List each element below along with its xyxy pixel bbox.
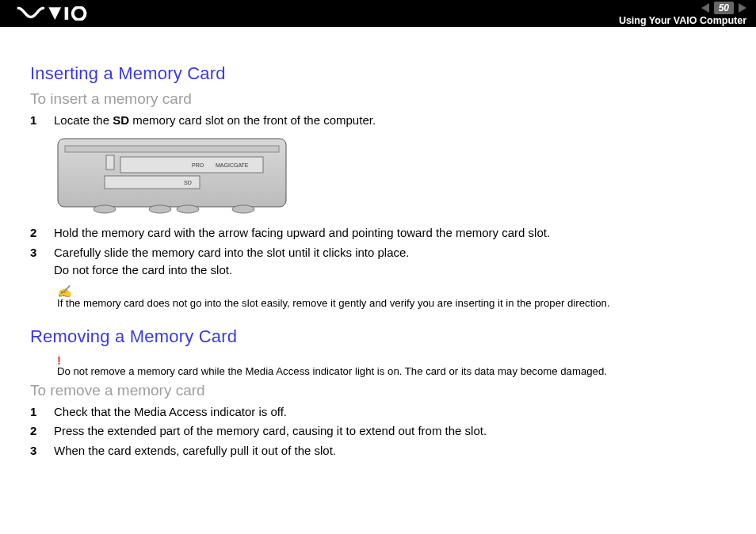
insert-steps: 1 Locate the SD memory card slot on the … xyxy=(30,113,735,128)
heading-removing: Removing a Memory Card xyxy=(30,326,735,347)
header-bar: 50 Using Your VAIO Computer xyxy=(0,0,756,27)
step-number: 3 xyxy=(30,245,41,279)
page-nav: 50 xyxy=(701,2,746,14)
vaio-logo xyxy=(10,6,97,21)
section-title: Using Your VAIO Computer xyxy=(619,15,746,26)
svg-rect-3 xyxy=(65,146,279,152)
step-text: When the card extends, carefully pull it… xyxy=(54,443,735,459)
remove-warning: ! Do not remove a memory card while the … xyxy=(57,353,735,377)
step-number: 2 xyxy=(30,225,41,241)
list-item: 3 Carefully slide the memory card into t… xyxy=(30,245,735,279)
svg-point-1 xyxy=(73,7,86,20)
prev-page-arrow[interactable] xyxy=(701,3,709,13)
svg-rect-6 xyxy=(106,155,114,170)
page-number: 50 xyxy=(714,2,734,14)
label-sd: SD xyxy=(184,180,192,185)
svg-point-10 xyxy=(232,205,254,213)
remove-steps: 1 Check that the Media Access indicator … xyxy=(30,404,735,459)
next-page-arrow[interactable] xyxy=(739,3,746,13)
list-item: 2 Hold the memory card with the arrow fa… xyxy=(30,225,735,241)
step-number: 1 xyxy=(30,404,41,420)
label-pro: PRO xyxy=(192,162,204,168)
note-text: If the memory card does not go into the … xyxy=(57,297,610,309)
subheading-to-remove: To remove a memory card xyxy=(30,382,735,399)
insert-note: ✍ If the memory card does not go into th… xyxy=(57,284,735,309)
step-text: Check that the Media Access indicator is… xyxy=(54,404,735,420)
svg-point-7 xyxy=(94,205,116,213)
step-text: Press the extended part of the memory ca… xyxy=(54,423,735,439)
list-item: 1 Check that the Media Access indicator … xyxy=(30,404,735,420)
svg-point-8 xyxy=(149,205,171,213)
label-magicgate: MAGICGATE xyxy=(216,162,249,168)
warning-text: Do not remove a memory card while the Me… xyxy=(57,365,607,377)
memory-slot-illustration: PRO MAGICGATE SD xyxy=(57,138,735,214)
heading-inserting: Inserting a Memory Card xyxy=(30,63,735,84)
list-item: 1 Locate the SD memory card slot on the … xyxy=(30,113,735,128)
step-text: Carefully slide the memory card into the… xyxy=(54,245,735,279)
svg-point-9 xyxy=(177,205,199,213)
insert-steps-cont: 2 Hold the memory card with the arrow fa… xyxy=(30,225,735,278)
svg-rect-0 xyxy=(65,7,69,20)
step-number: 2 xyxy=(30,423,41,439)
step-number: 1 xyxy=(30,113,41,128)
step-number: 3 xyxy=(30,443,41,459)
step-text: Locate the SD memory card slot on the fr… xyxy=(54,113,735,128)
list-item: 3 When the card extends, carefully pull … xyxy=(30,443,735,459)
list-item: 2 Press the extended part of the memory … xyxy=(30,423,735,439)
step-text: Hold the memory card with the arrow faci… xyxy=(54,225,735,241)
subheading-to-insert: To insert a memory card xyxy=(30,90,735,108)
page-content: Inserting a Memory Card To insert a memo… xyxy=(0,27,756,459)
